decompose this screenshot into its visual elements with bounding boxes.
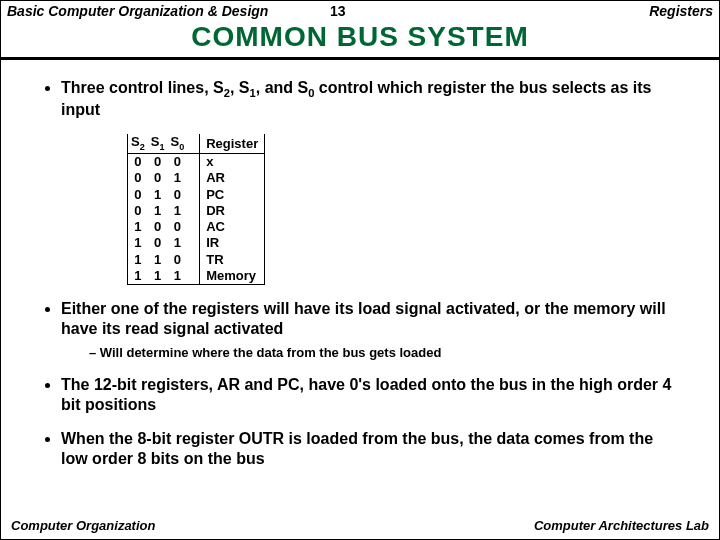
bullet-2-sub: Will determine where the data from the b… [89,345,683,361]
table-row: 101IR [128,235,265,251]
col-s1: S1 [148,134,168,153]
table-header-row: S2 S1 S0 Register [128,134,265,153]
footer-row: Computer Organization Computer Architect… [1,518,719,533]
table-row: 001AR [128,170,265,186]
bullet-2-text: Either one of the registers will have it… [61,300,666,337]
header-right: Registers [390,3,713,19]
col-gap [187,134,200,153]
bullet-1: Three control lines, S2, S1, and S0 cont… [61,78,683,120]
table-row: 010PC [128,187,265,203]
slide-title: COMMON BUS SYSTEM [1,21,719,53]
bullet-list-2: Either one of the registers will have it… [37,299,683,469]
bullet-1-text: , and S [256,79,308,96]
bullet-4: When the 8-bit register OUTR is loaded f… [61,429,683,469]
title-rule [1,57,719,60]
col-s2: S2 [128,134,148,153]
bullet-3: The 12-bit registers, AR and PC, have 0'… [61,375,683,415]
header-page-number: 13 [330,3,390,19]
sub-list: Will determine where the data from the b… [61,345,683,361]
table-row: 111Memory [128,268,265,285]
table-row: 011DR [128,203,265,219]
content-area: Three control lines, S2, S1, and S0 cont… [1,78,719,469]
bullet-1-text: , S [230,79,250,96]
footer-left: Computer Organization [11,518,155,533]
header-row: Basic Computer Organization & Design 13 … [1,1,719,19]
table-row: 110TR [128,252,265,268]
table-row: 000x [128,154,265,171]
bullet-list: Three control lines, S2, S1, and S0 cont… [37,78,683,120]
footer-right: Computer Architectures Lab [534,518,709,533]
table-row: 100AC [128,219,265,235]
col-register: Register [200,134,265,153]
bullet-1-text: Three control lines, S [61,79,224,96]
slide: Basic Computer Organization & Design 13 … [0,0,720,540]
bullet-2: Either one of the registers will have it… [61,299,683,361]
col-s0: S0 [167,134,187,153]
header-left: Basic Computer Organization & Design [7,3,330,19]
selection-table-wrap: S2 S1 S0 Register 000x 001AR 010PC 011DR… [127,134,683,285]
selection-table: S2 S1 S0 Register 000x 001AR 010PC 011DR… [127,134,265,285]
